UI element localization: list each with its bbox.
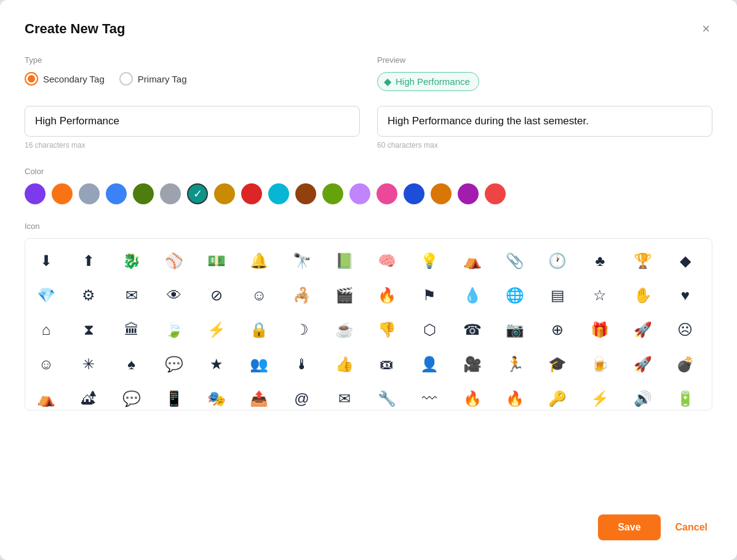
- icon-cell-76[interactable]: 🔑: [539, 382, 576, 410]
- color-dot-17[interactable]: [485, 183, 506, 204]
- color-dot-5[interactable]: [160, 183, 181, 204]
- color-dot-4[interactable]: [133, 183, 154, 204]
- icon-cell-77[interactable]: ⚡: [581, 382, 618, 410]
- icon-cell-39[interactable]: ☕: [326, 313, 363, 347]
- color-dot-2[interactable]: [79, 183, 100, 204]
- icon-cell-28[interactable]: ▤: [539, 278, 576, 313]
- icon-cell-0[interactable]: ⬇: [28, 244, 65, 278]
- icon-cell-31[interactable]: ♥: [667, 278, 704, 313]
- color-dot-15[interactable]: [431, 183, 452, 204]
- icon-cell-9[interactable]: 💡: [411, 244, 448, 278]
- color-dot-6[interactable]: ✓: [187, 183, 208, 204]
- icon-cell-66[interactable]: 💬: [113, 382, 150, 410]
- icon-cell-45[interactable]: 🎁: [581, 313, 618, 347]
- icon-cell-15[interactable]: ◆: [667, 244, 704, 278]
- icon-cell-70[interactable]: @: [284, 382, 321, 410]
- icon-cell-48[interactable]: ☺: [28, 347, 65, 382]
- icon-cell-22[interactable]: 🦂: [284, 278, 321, 313]
- color-dot-13[interactable]: [376, 183, 397, 204]
- icon-cell-25[interactable]: ⚑: [411, 278, 448, 313]
- icon-cell-30[interactable]: ✋: [624, 278, 661, 313]
- icon-cell-78[interactable]: 🔊: [624, 382, 661, 410]
- icon-cell-75[interactable]: 🔥: [496, 382, 533, 410]
- primary-tag-option[interactable]: Primary Tag: [119, 72, 187, 86]
- icon-cell-18[interactable]: ✉: [113, 278, 150, 313]
- icon-cell-13[interactable]: ♣: [581, 244, 618, 278]
- color-dot-14[interactable]: [404, 183, 424, 204]
- icon-cell-61[interactable]: 🍺: [581, 347, 618, 382]
- icon-cell-14[interactable]: 🏆: [624, 244, 661, 278]
- icon-cell-23[interactable]: 🎬: [326, 278, 363, 313]
- icon-cell-40[interactable]: 👎: [368, 313, 405, 347]
- icon-cell-46[interactable]: 🚀: [624, 313, 661, 347]
- icon-cell-7[interactable]: 📗: [326, 244, 363, 278]
- icon-cell-4[interactable]: 💵: [198, 244, 235, 278]
- icon-cell-71[interactable]: ✉: [326, 382, 363, 410]
- color-dot-16[interactable]: [458, 183, 479, 204]
- icon-cell-1[interactable]: ⬆: [70, 244, 107, 278]
- icon-cell-24[interactable]: 🔥: [368, 278, 405, 313]
- icon-cell-64[interactable]: ⛺: [28, 382, 65, 410]
- secondary-tag-option[interactable]: Secondary Tag: [25, 72, 105, 86]
- icon-cell-19[interactable]: 👁: [156, 278, 193, 313]
- save-button[interactable]: Save: [598, 514, 660, 540]
- icon-cell-6[interactable]: 🔭: [284, 244, 321, 278]
- icon-cell-26[interactable]: 💧: [454, 278, 491, 313]
- description-input[interactable]: [377, 106, 712, 137]
- icon-cell-29[interactable]: ☆: [581, 278, 618, 313]
- icon-cell-3[interactable]: ⚾: [156, 244, 193, 278]
- color-dot-0[interactable]: [25, 183, 46, 204]
- icon-cell-21[interactable]: ☺: [241, 278, 277, 313]
- icon-cell-49[interactable]: ✳: [70, 347, 107, 382]
- icon-cell-36[interactable]: ⚡: [198, 313, 235, 347]
- icon-cell-42[interactable]: ☎: [454, 313, 491, 347]
- icon-cell-2[interactable]: 🐉: [113, 244, 150, 278]
- icon-cell-12[interactable]: 🕐: [539, 244, 576, 278]
- icon-cell-56[interactable]: 🎟: [368, 347, 405, 382]
- icon-cell-69[interactable]: 📤: [241, 382, 277, 410]
- icon-cell-35[interactable]: 🍃: [156, 313, 193, 347]
- icon-cell-44[interactable]: ⊕: [539, 313, 576, 347]
- icon-cell-57[interactable]: 👤: [411, 347, 448, 382]
- icon-cell-58[interactable]: 🎥: [454, 347, 491, 382]
- color-dot-7[interactable]: [214, 183, 235, 204]
- color-dot-9[interactable]: [268, 183, 289, 204]
- icon-cell-34[interactable]: 🏛: [113, 313, 150, 347]
- icon-cell-33[interactable]: ⧗: [70, 313, 107, 347]
- icon-cell-59[interactable]: 🏃: [496, 347, 533, 382]
- icon-cell-38[interactable]: ☽: [284, 313, 321, 347]
- icon-cell-27[interactable]: 🌐: [496, 278, 533, 313]
- icon-cell-73[interactable]: 〰: [411, 382, 448, 410]
- color-dot-12[interactable]: [349, 183, 370, 204]
- icon-cell-10[interactable]: ⛺: [454, 244, 491, 278]
- color-dot-11[interactable]: [322, 183, 343, 204]
- icon-cell-47[interactable]: ☹: [667, 313, 704, 347]
- icon-cell-67[interactable]: 📱: [156, 382, 193, 410]
- icon-cell-16[interactable]: 💎: [28, 278, 65, 313]
- icon-cell-32[interactable]: ⌂: [28, 313, 65, 347]
- icon-cell-62[interactable]: 🚀: [624, 347, 661, 382]
- icon-cell-50[interactable]: ♠: [113, 347, 150, 382]
- color-dot-10[interactable]: [295, 183, 316, 204]
- color-dot-1[interactable]: [52, 183, 73, 204]
- icon-cell-37[interactable]: 🔒: [241, 313, 277, 347]
- color-dot-8[interactable]: [241, 183, 262, 204]
- icon-cell-41[interactable]: ⬡: [411, 313, 448, 347]
- icon-cell-20[interactable]: ⊘: [198, 278, 235, 313]
- icon-cell-79[interactable]: 🔋: [667, 382, 704, 410]
- icon-cell-60[interactable]: 🎓: [539, 347, 576, 382]
- icon-cell-8[interactable]: 🧠: [368, 244, 405, 278]
- cancel-button[interactable]: Cancel: [671, 514, 712, 540]
- name-input[interactable]: [25, 106, 360, 137]
- icon-cell-54[interactable]: 🌡: [284, 347, 321, 382]
- icon-cell-53[interactable]: 👥: [241, 347, 277, 382]
- close-button[interactable]: ×: [699, 20, 712, 38]
- icon-cell-17[interactable]: ⚙: [70, 278, 107, 313]
- icon-cell-55[interactable]: 👍: [326, 347, 363, 382]
- icon-cell-11[interactable]: 📎: [496, 244, 533, 278]
- icon-cell-72[interactable]: 🔧: [368, 382, 405, 410]
- icon-cell-52[interactable]: ★: [198, 347, 235, 382]
- icon-cell-5[interactable]: 🔔: [241, 244, 277, 278]
- icon-cell-51[interactable]: 💬: [156, 347, 193, 382]
- icon-cell-74[interactable]: 🔥: [454, 382, 491, 410]
